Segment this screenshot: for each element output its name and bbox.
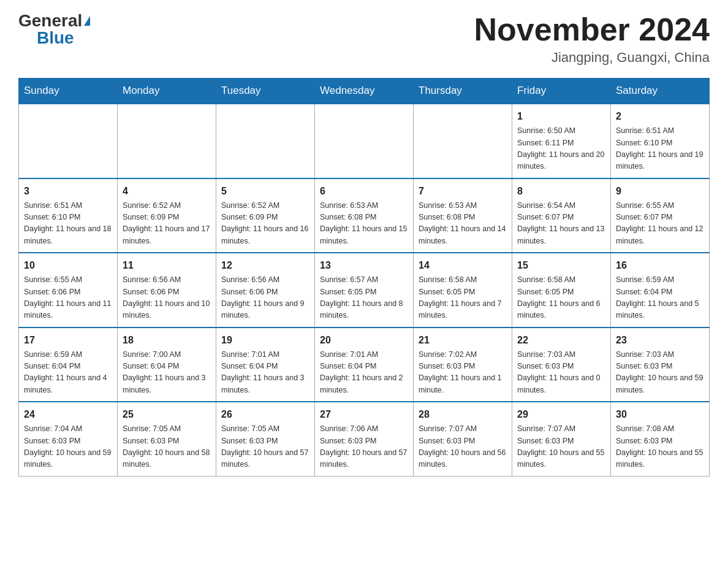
day-number: 1 [517,109,605,124]
calendar-cell: 5Sunrise: 6:52 AM Sunset: 6:09 PM Daylig… [216,178,315,253]
day-number: 28 [419,407,507,422]
calendar-cell: 25Sunrise: 7:05 AM Sunset: 6:03 PM Dayli… [118,402,216,476]
day-info: Sunrise: 6:53 AM Sunset: 6:08 PM Dayligh… [320,200,408,248]
page-header: General Blue November 2024 Jiangping, Gu… [18,12,710,66]
day-info: Sunrise: 7:08 AM Sunset: 6:03 PM Dayligh… [616,423,704,471]
day-info: Sunrise: 6:56 AM Sunset: 6:06 PM Dayligh… [123,274,211,322]
calendar-cell: 11Sunrise: 6:56 AM Sunset: 6:06 PM Dayli… [118,253,216,327]
calendar-cell [315,104,414,178]
calendar-cell: 24Sunrise: 7:04 AM Sunset: 6:03 PM Dayli… [19,402,118,476]
week-row-1: 1Sunrise: 6:50 AM Sunset: 6:11 PM Daylig… [19,104,710,178]
day-number: 4 [123,184,211,199]
logo: General Blue [18,12,90,47]
week-row-4: 17Sunrise: 6:59 AM Sunset: 6:04 PM Dayli… [19,327,710,402]
day-number: 25 [123,407,211,422]
calendar-cell: 20Sunrise: 7:01 AM Sunset: 6:04 PM Dayli… [315,327,414,402]
col-header-friday: Friday [512,79,611,104]
day-info: Sunrise: 6:59 AM Sunset: 6:04 PM Dayligh… [24,349,112,397]
day-info: Sunrise: 7:04 AM Sunset: 6:03 PM Dayligh… [24,423,112,471]
day-info: Sunrise: 7:07 AM Sunset: 6:03 PM Dayligh… [419,423,507,471]
day-info: Sunrise: 7:05 AM Sunset: 6:03 PM Dayligh… [123,423,211,471]
col-header-saturday: Saturday [611,79,710,104]
day-info: Sunrise: 7:00 AM Sunset: 6:04 PM Dayligh… [123,349,211,397]
day-number: 30 [616,407,704,422]
day-number: 29 [517,407,605,422]
calendar-cell: 16Sunrise: 6:59 AM Sunset: 6:04 PM Dayli… [611,253,710,327]
calendar-cell: 30Sunrise: 7:08 AM Sunset: 6:03 PM Dayli… [611,402,710,476]
week-row-5: 24Sunrise: 7:04 AM Sunset: 6:03 PM Dayli… [19,402,710,476]
day-number: 7 [419,184,507,199]
day-number: 18 [123,333,211,348]
calendar-cell: 28Sunrise: 7:07 AM Sunset: 6:03 PM Dayli… [414,402,512,476]
day-info: Sunrise: 7:03 AM Sunset: 6:03 PM Dayligh… [616,349,704,397]
day-info: Sunrise: 6:51 AM Sunset: 6:10 PM Dayligh… [24,200,112,248]
calendar-cell: 10Sunrise: 6:55 AM Sunset: 6:06 PM Dayli… [19,253,118,327]
day-number: 17 [24,333,112,348]
logo-blue-text: Blue [37,29,74,47]
day-info: Sunrise: 6:54 AM Sunset: 6:07 PM Dayligh… [517,200,605,248]
week-row-2: 3Sunrise: 6:51 AM Sunset: 6:10 PM Daylig… [19,178,710,253]
day-number: 24 [24,407,112,422]
day-info: Sunrise: 7:02 AM Sunset: 6:03 PM Dayligh… [419,349,507,397]
day-number: 2 [616,109,704,124]
day-number: 11 [123,258,211,273]
day-number: 14 [419,258,507,273]
title-block: November 2024 Jiangping, Guangxi, China [474,12,710,66]
calendar-cell [414,104,512,178]
day-number: 10 [24,258,112,273]
day-number: 22 [517,333,605,348]
col-header-monday: Monday [118,79,216,104]
day-number: 5 [221,184,309,199]
day-number: 9 [616,184,704,199]
calendar-cell: 15Sunrise: 6:58 AM Sunset: 6:05 PM Dayli… [512,253,611,327]
col-header-tuesday: Tuesday [216,79,315,104]
calendar-cell: 1Sunrise: 6:50 AM Sunset: 6:11 PM Daylig… [512,104,611,178]
calendar-cell: 22Sunrise: 7:03 AM Sunset: 6:03 PM Dayli… [512,327,611,402]
calendar-cell: 26Sunrise: 7:05 AM Sunset: 6:03 PM Dayli… [216,402,315,476]
calendar-cell: 6Sunrise: 6:53 AM Sunset: 6:08 PM Daylig… [315,178,414,253]
day-number: 8 [517,184,605,199]
day-info: Sunrise: 7:01 AM Sunset: 6:04 PM Dayligh… [320,349,408,397]
col-header-sunday: Sunday [19,79,118,104]
calendar-cell: 19Sunrise: 7:01 AM Sunset: 6:04 PM Dayli… [216,327,315,402]
col-header-wednesday: Wednesday [315,79,414,104]
day-number: 20 [320,333,408,348]
day-info: Sunrise: 6:52 AM Sunset: 6:09 PM Dayligh… [221,200,309,248]
calendar-cell: 9Sunrise: 6:55 AM Sunset: 6:07 PM Daylig… [611,178,710,253]
day-number: 3 [24,184,112,199]
calendar-cell: 4Sunrise: 6:52 AM Sunset: 6:09 PM Daylig… [118,178,216,253]
calendar-cell: 23Sunrise: 7:03 AM Sunset: 6:03 PM Dayli… [611,327,710,402]
calendar-cell: 27Sunrise: 7:06 AM Sunset: 6:03 PM Dayli… [315,402,414,476]
day-info: Sunrise: 6:58 AM Sunset: 6:05 PM Dayligh… [517,274,605,322]
col-header-thursday: Thursday [414,79,512,104]
day-info: Sunrise: 6:57 AM Sunset: 6:05 PM Dayligh… [320,274,408,322]
week-row-3: 10Sunrise: 6:55 AM Sunset: 6:06 PM Dayli… [19,253,710,327]
day-info: Sunrise: 6:56 AM Sunset: 6:06 PM Dayligh… [221,274,309,322]
day-info: Sunrise: 6:53 AM Sunset: 6:08 PM Dayligh… [419,200,507,248]
calendar-cell: 14Sunrise: 6:58 AM Sunset: 6:05 PM Dayli… [414,253,512,327]
day-number: 27 [320,407,408,422]
day-number: 26 [221,407,309,422]
day-number: 19 [221,333,309,348]
calendar-cell: 8Sunrise: 6:54 AM Sunset: 6:07 PM Daylig… [512,178,611,253]
day-info: Sunrise: 6:51 AM Sunset: 6:10 PM Dayligh… [616,125,704,173]
day-info: Sunrise: 6:55 AM Sunset: 6:06 PM Dayligh… [24,274,112,322]
day-info: Sunrise: 7:07 AM Sunset: 6:03 PM Dayligh… [517,423,605,471]
calendar-cell: 2Sunrise: 6:51 AM Sunset: 6:10 PM Daylig… [611,104,710,178]
day-number: 21 [419,333,507,348]
calendar-cell: 21Sunrise: 7:02 AM Sunset: 6:03 PM Dayli… [414,327,512,402]
day-info: Sunrise: 6:59 AM Sunset: 6:04 PM Dayligh… [616,274,704,322]
calendar-cell: 7Sunrise: 6:53 AM Sunset: 6:08 PM Daylig… [414,178,512,253]
day-number: 16 [616,258,704,273]
calendar-cell: 3Sunrise: 6:51 AM Sunset: 6:10 PM Daylig… [19,178,118,253]
logo-triangle-icon [84,16,90,26]
location-text: Jiangping, Guangxi, China [474,50,710,66]
day-info: Sunrise: 6:52 AM Sunset: 6:09 PM Dayligh… [123,200,211,248]
calendar-cell [118,104,216,178]
calendar-table: SundayMondayTuesdayWednesdayThursdayFrid… [18,78,710,477]
calendar-cell [216,104,315,178]
day-info: Sunrise: 7:06 AM Sunset: 6:03 PM Dayligh… [320,423,408,471]
day-info: Sunrise: 6:58 AM Sunset: 6:05 PM Dayligh… [419,274,507,322]
day-number: 15 [517,258,605,273]
calendar-cell [19,104,118,178]
